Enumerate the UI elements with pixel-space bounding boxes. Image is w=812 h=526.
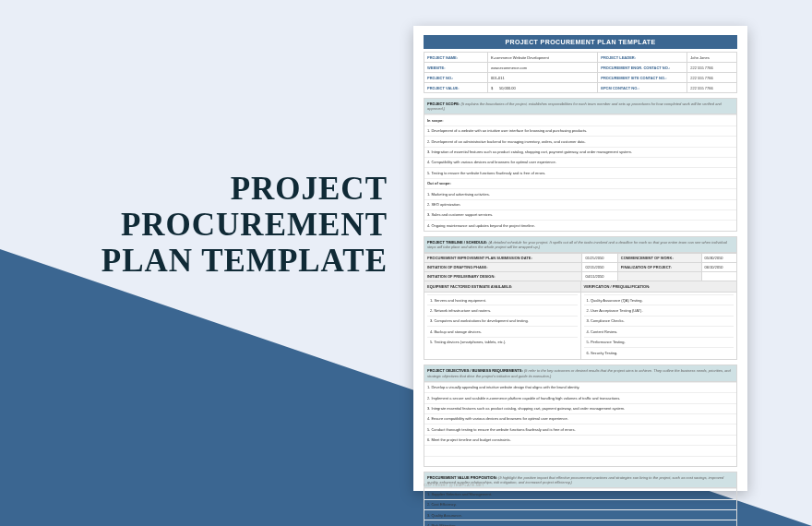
list-item: [424, 456, 736, 466]
list-item: 1. Quality Assurance (QA) Testing.: [584, 294, 734, 305]
timeline-label: PROCUREMENT IMPROVEMENT PLAN SUBMISSION …: [424, 254, 582, 263]
label-website: WEBSITE:: [424, 63, 488, 73]
list-item: 5. Conduct thorough testing to ensure th…: [424, 424, 736, 434]
timeline-label: FINALIZATION OF PROJECT:: [617, 263, 701, 272]
label-engr-contact: PROCUREMENT ENGR. CONTACT NO.:: [598, 63, 687, 73]
scope-item: 3. Sales and customer support services.: [424, 209, 736, 220]
equipment-label: EQUIPMENT FACTORED ESTIMATE AVAILABLE:: [424, 281, 581, 292]
value-prop-body: 1. Supplier Selection and Management. 2.…: [424, 488, 737, 526]
list-item: 6. Security Testing.: [584, 347, 734, 357]
objectives-header: PROJECT OBJECTIVES / BUSINESS REQUIREMEN…: [424, 365, 737, 381]
list-item: 2. Network infrastructure and routers.: [427, 305, 578, 315]
list-item: 4. Ensure compatibility with various dev…: [424, 413, 736, 424]
scope-item: 3. Integration of essential features suc…: [424, 147, 736, 157]
timeline-value: 04/11/2050: [582, 272, 617, 281]
list-item: 3. Quality Assurance.: [424, 509, 736, 520]
list-item: 5. Testing devices (smartphones, tablets…: [427, 337, 578, 347]
list-item: [424, 445, 736, 455]
scope-item: 5. Testing to ensure the website functio…: [424, 167, 736, 177]
banner-title: PROJECT PROCUREMENT PLAN TEMPLATE: [28, 171, 388, 280]
scope-item: 4. Compatibility with various devices an…: [424, 157, 736, 167]
scope-item: 2. Development of an administrative back…: [424, 136, 736, 146]
scope-item: 4. Ongoing maintenance and updates beyon…: [424, 220, 736, 230]
project-info-table: PROJECT NAME: E-commerce Website Develop…: [424, 52, 737, 93]
list-item: 5. Performance Testing.: [584, 337, 734, 347]
verification-label: VERIFICATION / PREQUALIFICATION:: [581, 281, 737, 292]
verification-list: 1. Quality Assurance (QA) Testing. 2. Us…: [581, 293, 737, 359]
scope-item: 2. SEO optimization.: [424, 199, 736, 209]
scope-header: PROJECT SCOPE: (It explains the boundari…: [424, 98, 737, 114]
label-project-value: PROJECT VALUE:: [424, 83, 488, 93]
timeline-label: [617, 272, 701, 281]
list-item: 3. Computers and workstations for develo…: [427, 316, 578, 326]
list-item: 1. Supplier Selection and Management.: [424, 488, 736, 498]
in-scope-label: In scope:: [424, 114, 736, 125]
list-item: 1. Servers and hosting equipment.: [427, 294, 578, 305]
value-epcm-contact: 222 555 7766: [687, 83, 737, 93]
value-project-leader: John Jones: [687, 53, 737, 63]
list-item: 3. Integrate essential features such as …: [424, 403, 736, 413]
scope-item: 1. Marketing and advertising activities.: [424, 188, 736, 198]
list-item: 2. Implement a secure and scalable e-com…: [424, 392, 736, 402]
label-project-name: PROJECT NAME:: [424, 53, 488, 63]
list-item: 2. Cost Efficiency.: [424, 499, 736, 509]
list-item: 4. Risk Mitigation.: [424, 520, 736, 526]
timeline-label: COMMENCEMENT OF WORK:: [617, 254, 701, 263]
value-website: www.ecommerce.com: [488, 63, 598, 73]
list-item: 6. Meet the project timeline and budget …: [424, 435, 736, 445]
label-project-leader: PROJECT LEADER:: [598, 53, 687, 63]
value-engr-contact: 222 555 7766: [687, 63, 737, 73]
timeline-value: 01/25/2050: [582, 254, 617, 263]
label-site-contact: PROCUREMENT SITE CONTACT NO.:: [598, 73, 687, 83]
value-site-contact: 222 555 7766: [687, 73, 737, 83]
timeline-label: INITIATION OF DRAFTING PHASE:: [424, 263, 582, 272]
scope-item: 1. Development of a website with an intu…: [424, 126, 736, 136]
timeline-label: INITIATION OF PRELIMINARY DESIGN:: [424, 272, 582, 281]
timeline-value: 05/30/2050: [701, 254, 736, 263]
doc-header: PROJECT PROCUREMENT PLAN TEMPLATE: [424, 35, 737, 49]
list-item: 4. Backup and storage devices.: [427, 326, 578, 336]
equipment-list: 1. Servers and hosting equipment. 2. Net…: [424, 293, 581, 359]
value-project-name: E-commerce Website Development: [488, 53, 598, 63]
equipment-verification-body: 1. Servers and hosting equipment. 2. Net…: [424, 293, 737, 360]
timeline-value: [701, 272, 736, 281]
document-page: PROJECT PROCUREMENT PLAN TEMPLATE PROJEC…: [413, 26, 747, 491]
scope-body: In scope: 1. Development of a website wi…: [424, 114, 737, 231]
out-scope-label: Out of scope:: [424, 178, 736, 188]
timeline-value: 06/10/2050: [701, 263, 736, 272]
timeline-value: 02/15/2050: [582, 263, 617, 272]
value-project-no: 001-011: [488, 73, 598, 83]
equipment-verification-header: EQUIPMENT FACTORED ESTIMATE AVAILABLE: V…: [424, 281, 737, 293]
list-item: 4. Content Review.: [584, 326, 734, 336]
timeline-table: PROCUREMENT IMPROVEMENT PLAN SUBMISSION …: [424, 253, 737, 281]
list-item: 1. Develop a visually appealing and intu…: [424, 382, 736, 392]
label-project-no: PROJECT NO.:: [424, 73, 488, 83]
objectives-body: 1. Develop a visually appealing and intu…: [424, 382, 737, 467]
value-project-value: $ 50,000.00: [488, 83, 598, 93]
copyright: COPYRIGHT @TEMPLATE.NET: [424, 483, 484, 487]
timeline-header: PROJECT TIMELINE / SCHEDULE: (A detailed…: [424, 236, 737, 253]
list-item: 3. Compliance Checks.: [584, 316, 734, 326]
label-epcm-contact: EPCM CONTACT NO.:: [598, 83, 687, 93]
list-item: 2. User Acceptance Testing (UAT).: [584, 305, 734, 315]
